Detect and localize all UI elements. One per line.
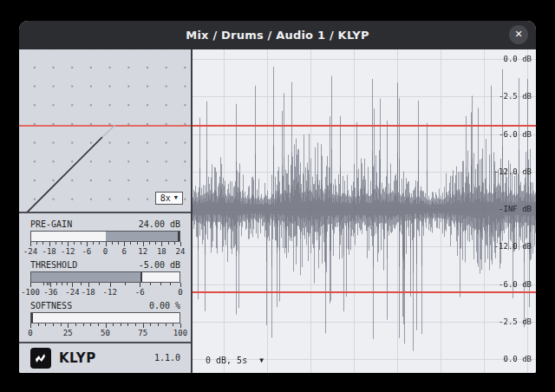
tick-minor [93, 242, 94, 245]
db-scale-label: -12.0 dB [494, 242, 532, 251]
chevron-down-icon: ▼ [174, 194, 178, 201]
scale-label: 100 [173, 329, 187, 337]
softness-value: 0.00 % [149, 301, 180, 310]
transfer-curve [19, 49, 191, 212]
tick-minor [56, 283, 57, 285]
scale-label: 24 [176, 247, 186, 256]
tick-minor [53, 323, 54, 326]
tick-minor [43, 283, 44, 285]
tick-minor [150, 283, 151, 285]
tick-minor [56, 242, 56, 245]
tick-minor [99, 283, 100, 285]
pregain-value: 24.00 dB [139, 219, 180, 229]
scale-label: 0 [103, 247, 108, 256]
scope-range-dropdown[interactable]: 0 dB, 5s ▼ [206, 356, 264, 365]
tick-minor [90, 323, 91, 326]
threshold-line [193, 125, 536, 127]
db-scale-label: -12.0 dB [494, 167, 532, 176]
threshold-slider: THRESHOLD -5.00 dB -100-36-24-18-12-60 [30, 260, 180, 297]
db-scale-label: 0.0 dB [503, 55, 532, 63]
slider-cursor[interactable] [140, 272, 142, 282]
threshold-line [193, 291, 536, 293]
tick-minor [160, 283, 161, 285]
tick-minor [158, 323, 159, 326]
softness-scale: 0255075100 [30, 328, 180, 337]
slider-cursor[interactable] [31, 313, 33, 323]
tick-minor [42, 242, 43, 245]
scale-label: -24 [23, 247, 37, 256]
scale-label: -18 [42, 247, 56, 256]
softness-slider: SOFTNESS 0.00 % 0255075100 [30, 301, 180, 337]
tick-minor [118, 242, 119, 245]
scale-label: -100 [21, 288, 40, 297]
scale-label: 25 [63, 329, 73, 337]
scale-label: -24 [65, 288, 79, 297]
scale-label: 18 [157, 247, 166, 256]
softness-track[interactable] [30, 312, 180, 323]
scale-label: 75 [138, 329, 147, 337]
db-scale-label: -6.0 dB [499, 280, 532, 289]
pregain-track[interactable] [30, 231, 180, 242]
pregain-label: PRE-GAIN [30, 219, 72, 229]
tick-minor [45, 323, 46, 326]
oversampling-value: 8x [160, 193, 171, 203]
slider-stack: PRE-GAIN 24.00 dB -24-18-12-606121824 TH… [19, 213, 191, 342]
waveform-canvas [193, 49, 536, 373]
scale-label: 6 [121, 247, 126, 256]
oversampling-dropdown[interactable]: 8x ▼ [155, 192, 183, 205]
tick-minor [47, 283, 48, 285]
scale-label: -18 [81, 288, 95, 297]
tick-major [180, 323, 181, 328]
scale-label: -36 [43, 288, 57, 297]
tick-minor [74, 242, 75, 245]
version-label: 1.1.0 [154, 353, 180, 363]
transfer-curve-panel: 8x ▼ [19, 49, 191, 212]
chevron-down-icon: ▼ [259, 356, 264, 364]
tick-minor [67, 283, 68, 285]
db-scale-label: -2.5 dB [499, 317, 532, 326]
tick-minor [36, 242, 37, 245]
scale-label: 0 [28, 329, 32, 337]
scale-label: 50 [101, 329, 110, 337]
db-scale-label: -2.5 dB [499, 92, 532, 101]
tick-minor [112, 242, 113, 245]
tick-minor [75, 323, 76, 326]
close-button[interactable]: ✕ [509, 25, 528, 44]
slider-cursor[interactable] [178, 232, 180, 241]
tick-minor [113, 323, 114, 326]
slider-fill [31, 272, 142, 282]
window-title: Mix / Drums / Audio 1 / KLYP [186, 29, 369, 42]
tick-minor [130, 242, 131, 245]
tick-minor [121, 323, 121, 326]
klyp-logo-icon [30, 348, 51, 369]
tick-minor [150, 323, 151, 326]
tick-major [180, 242, 181, 246]
tick-minor [81, 283, 82, 285]
db-scale-label: 0.0 dB [503, 355, 532, 363]
db-scale-label: -6.0 dB [499, 130, 532, 139]
pregain-slider: PRE-GAIN 24.00 dB -24-18-12-606121824 [30, 219, 180, 256]
tick-minor [135, 323, 136, 326]
scope-range-value: 0 dB, 5s [206, 356, 247, 365]
title-bar: Mix / Drums / Audio 1 / KLYP ✕ [19, 21, 536, 49]
tick-minor [98, 323, 99, 326]
tick-minor [49, 283, 49, 285]
scale-label: -12 [103, 288, 117, 297]
db-scale-label: -INF dB [499, 205, 532, 213]
tick-minor [61, 323, 62, 326]
control-column: 8x ▼ PRE-GAIN 24.00 dB -24-18-12-6061218… [19, 49, 191, 373]
threshold-track[interactable] [30, 271, 180, 283]
tick-major [180, 283, 181, 287]
scale-label: 12 [138, 247, 147, 256]
tick-minor [173, 323, 173, 326]
slider-fill [106, 232, 180, 241]
tick-minor [174, 242, 175, 245]
softness-label: SOFTNESS [30, 301, 72, 310]
tick-minor [137, 242, 138, 245]
scale-label: -6 [82, 247, 91, 256]
tick-minor [168, 242, 169, 245]
tick-minor [83, 323, 84, 326]
threshold-label: THRESHOLD [30, 260, 77, 270]
tick-minor [170, 283, 171, 285]
footer: KLYP 1.1.0 [19, 343, 191, 373]
